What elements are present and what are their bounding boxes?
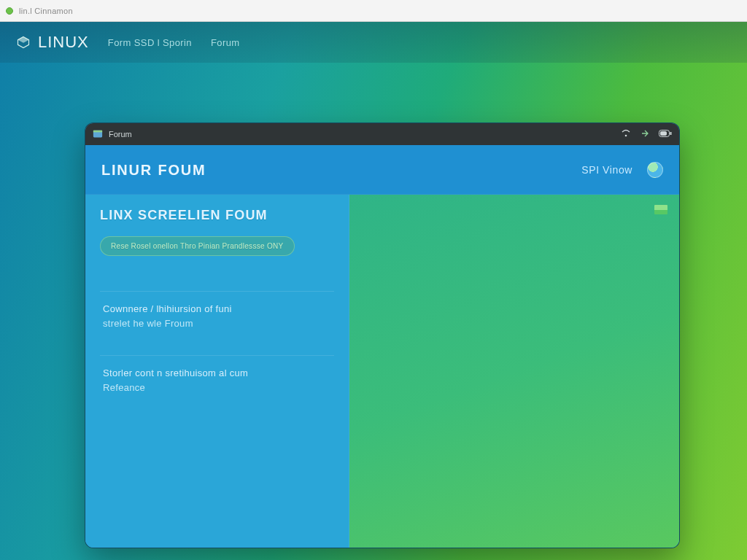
list-item[interactable]: Storler cont n sretihuisom al cum Refean… <box>100 355 334 406</box>
section-title: LINX SCREELIEN FOUM <box>100 208 334 223</box>
window-controls <box>621 129 672 140</box>
left-pane: LINX SCREELIEN FOUM Rese Rosel onellon T… <box>85 195 349 548</box>
linux-logo-icon <box>16 35 31 50</box>
svg-rect-3 <box>93 131 102 133</box>
breadcrumb-item-2[interactable]: Forum <box>211 37 240 48</box>
svg-marker-1 <box>18 37 29 43</box>
list-item[interactable]: Cownnere / lhihiursion of funi strelet h… <box>100 291 334 342</box>
notice-pill[interactable]: Rese Rosel onellon Thro Pinian Prandless… <box>100 236 295 256</box>
battery-tray-icon[interactable] <box>659 129 672 139</box>
brand-block[interactable]: Linux <box>16 33 89 52</box>
list-item-line-1: Cownnere / lhihiursion of funi <box>103 302 331 316</box>
avatar[interactable] <box>647 162 663 178</box>
app-body: LINX SCREELIEN FOUM Rese Rosel onellon T… <box>85 195 679 548</box>
network-tray-icon[interactable] <box>640 129 650 140</box>
breadcrumb-item-1[interactable]: Form SSD l Sporin <box>108 37 192 48</box>
brand-text: Linux <box>38 33 89 52</box>
svg-rect-7 <box>660 131 667 136</box>
traffic-light-icon[interactable] <box>6 7 13 15</box>
svg-point-4 <box>625 134 627 136</box>
list-item-line-2: Refeance <box>103 381 331 395</box>
app-header-bar: LINUR FOUM SPI Vinow <box>85 145 679 195</box>
window-app-icon <box>93 129 103 139</box>
right-pane <box>349 195 679 548</box>
header-right-label[interactable]: SPI Vinow <box>577 162 637 178</box>
window-title-text: Forum <box>109 130 132 139</box>
list-item-line-1: Storler cont n sretihuisom al cum <box>103 366 331 381</box>
app-title: LINUR FOUM <box>101 162 206 179</box>
window-titlebar[interactable]: Forum <box>85 123 679 145</box>
desktop-header: Linux Form SSD l Sporin Forum <box>0 22 747 63</box>
wifi-tray-icon[interactable] <box>621 129 631 140</box>
list-item-line-2: strelet he wle Froum <box>103 316 331 331</box>
browser-tab-title[interactable]: lin.l Cinnamon <box>19 7 73 15</box>
app-window: Forum LINUR FOUM SPI Vinow LINX SCREELIE… <box>85 122 680 548</box>
flag-icon[interactable] <box>654 205 667 214</box>
svg-rect-6 <box>670 132 672 135</box>
browser-top-bar: lin.l Cinnamon <box>0 0 747 22</box>
